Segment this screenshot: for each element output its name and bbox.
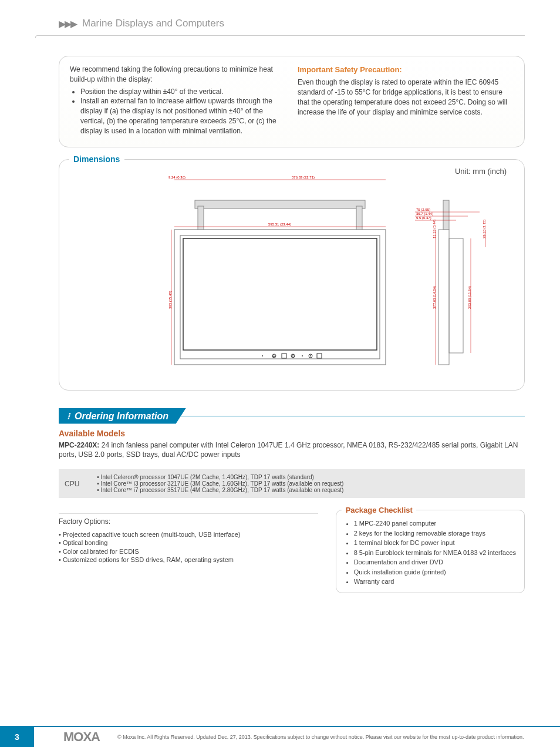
svg-text:9.5 (0.37): 9.5 (0.37): [416, 216, 431, 220]
safety-body: Even though the display is rated to oper…: [298, 78, 514, 117]
factory-line: • Projected capacitive touch screen (mul…: [59, 530, 318, 539]
checklist-item: Warranty card: [354, 577, 516, 587]
breadcrumb: ▶▶▶ Marine Displays and Computers: [0, 0, 560, 33]
cpu-options-box: CPU • Intel Celeron® processor 1047UE (2…: [59, 469, 525, 498]
cpu-line: • Intel Core™ i3 processor 3217UE (3M Ca…: [97, 480, 343, 487]
factory-line: • Customized options for SSD drives, RAM…: [59, 556, 318, 564]
breadcrumb-text: Marine Displays and Computers: [82, 18, 224, 29]
svg-rect-18: [443, 200, 449, 230]
dimensions-section: Dimensions Unit: mm (inch) ☀: [59, 159, 525, 391]
safety-precaution: Important Safety Precaution: Even though…: [298, 65, 514, 136]
svg-text:☀: ☀: [272, 354, 276, 359]
svg-point-6: [262, 355, 263, 356]
precautions-left: We recommend taking the following precau…: [70, 65, 286, 136]
dimensions-unit: Unit: mm (inch): [455, 167, 507, 176]
safety-title: Important Safety Precaution:: [298, 65, 514, 75]
dimensions-diagram: ☀ 9.24 (0.36) 576.83 (22.71) 595.31 (23.…: [80, 168, 503, 379]
cpu-lines: • Intel Celeron® processor 1047UE (2M Ca…: [97, 474, 343, 493]
page-number: 3: [0, 727, 34, 747]
ordering-header-bar: ⁝Ordering Information: [59, 408, 525, 424]
checklist-item: Documentation and driver DVD: [354, 557, 516, 567]
header-divider: [35, 35, 525, 38]
checklist-item: 8 5-pin Euroblock terminals for NMEA 018…: [354, 548, 516, 558]
moxa-logo: MOXA: [63, 729, 100, 745]
svg-text:377.63 (14.84): 377.63 (14.84): [433, 286, 436, 309]
svg-text:595.31 (23.44): 595.31 (23.44): [268, 223, 291, 226]
model-description: MPC-2240X: 24 inch fanless panel compute…: [59, 440, 525, 460]
svg-rect-3: [195, 200, 365, 208]
svg-point-14: [310, 355, 311, 356]
cpu-line: • Intel Celeron® processor 1047UE (2M Ca…: [97, 474, 343, 480]
dimensions-title: Dimensions: [69, 154, 124, 164]
factory-line: • Color calibrated for ECDIS: [59, 547, 318, 556]
svg-text:36.7 (1.44): 36.7 (1.44): [416, 212, 433, 216]
ordering-title: ⁝Ordering Information: [59, 408, 186, 424]
svg-text:293.09 (11.54): 293.09 (11.54): [468, 286, 471, 309]
svg-rect-9: [282, 354, 286, 358]
available-models-title: Available Models: [59, 429, 525, 438]
precaution-item: Position the display within ±40° of the …: [80, 87, 286, 97]
svg-text:576.83 (22.71): 576.83 (22.71): [292, 176, 315, 179]
copyright-text: © Moxa Inc. All Rights Reserved. Updated…: [117, 734, 560, 740]
precautions-list: Position the display within ±40° of the …: [70, 87, 286, 136]
factory-options-title: Factory Options:: [59, 513, 318, 526]
factory-line: • Optical bonding: [59, 539, 318, 547]
svg-rect-4: [198, 206, 204, 230]
cpu-line: • Intel Core™ i7 processor 3517UE (4M Ca…: [97, 487, 343, 493]
svg-point-12: [302, 355, 303, 356]
svg-rect-2: [183, 238, 377, 350]
precautions-box: We recommend taking the following precau…: [59, 56, 525, 147]
package-checklist: Package Checklist 1 MPC-2240 panel compu…: [336, 510, 525, 593]
factory-options-list: • Projected capacitive touch screen (mul…: [59, 530, 318, 564]
svg-rect-5: [356, 206, 362, 230]
checklist-title: Package Checklist: [342, 506, 416, 514]
model-desc-text: 24 inch fanless panel computer with Inte…: [59, 441, 518, 459]
svg-text:9.24 (0.36): 9.24 (0.36): [168, 176, 185, 179]
model-name: MPC-2240X:: [59, 441, 99, 449]
checklist-item: 1 MPC-2240 panel computer: [354, 519, 516, 529]
svg-text:75 (2.95): 75 (2.95): [416, 208, 430, 211]
checklist-item: 1 terminal block for DC power input: [354, 538, 516, 548]
precaution-item: Install an external fan to increase airf…: [80, 96, 286, 136]
cpu-label: CPU: [65, 480, 79, 488]
svg-rect-17: [449, 238, 463, 353]
svg-rect-16: [438, 230, 449, 365]
svg-rect-15: [317, 354, 322, 358]
checklist-item: Quick installation guide (printed): [354, 567, 516, 577]
footer: 3 MOXA © Moxa Inc. All Rights Reserved. …: [0, 726, 560, 747]
checklist-list: 1 MPC-2240 panel computer 2 keys for the…: [345, 519, 516, 587]
breadcrumb-arrows-icon: ▶▶▶: [59, 18, 76, 29]
precautions-intro: We recommend taking the following precau…: [70, 65, 286, 85]
checklist-item: 2 keys for the locking removable storage…: [354, 529, 516, 539]
